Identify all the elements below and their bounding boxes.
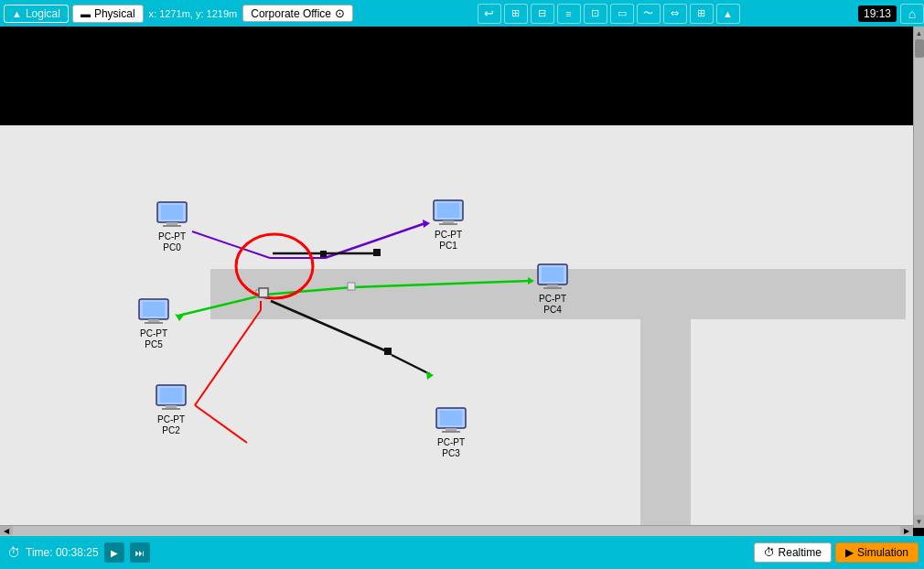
pc4-icon[interactable]: PC-PTPC4 [525, 263, 580, 316]
svg-rect-25 [167, 222, 177, 225]
svg-rect-32 [160, 388, 182, 403]
cable-btn[interactable]: ▭ [610, 4, 634, 24]
realtime-icon: ⏱ [764, 546, 775, 559]
svg-rect-44 [143, 302, 165, 317]
road-vertical [640, 269, 691, 528]
svg-rect-41 [547, 284, 558, 287]
new-cluster-btn[interactable]: ⊞ [504, 4, 528, 24]
coordinates-display: x: 1271m, y: 1219m [149, 8, 238, 19]
svg-line-20 [195, 405, 247, 443]
simulation-icon: ▶ [845, 546, 854, 559]
pc2-label: PC-PTPC2 [157, 414, 185, 436]
pc1-label: PC-PTPC1 [435, 230, 462, 252]
svg-rect-34 [162, 408, 180, 410]
fast-forward-button[interactable]: ⏭ [130, 542, 150, 563]
right-scrollbar[interactable]: ▲ ▼ [913, 27, 924, 528]
svg-rect-46 [145, 322, 163, 324]
svg-rect-12 [373, 249, 381, 256]
pc0-svg [154, 200, 190, 230]
scroll-thumb[interactable] [915, 39, 924, 58]
svg-line-19 [195, 310, 261, 405]
pc1-svg [430, 199, 467, 228]
svg-rect-42 [543, 287, 562, 289]
viewport-btn[interactable]: ≡ [557, 4, 581, 24]
svg-rect-40 [542, 267, 564, 282]
physical-tab[interactable]: ▬ Physical [72, 5, 144, 23]
play-button[interactable]: ▶ [104, 542, 124, 563]
pc5-label: PC-PTPC5 [140, 328, 167, 350]
pc5-svg [135, 297, 172, 327]
status-time-section: ⏱ Time: 00:38:25 ▶ ⏭ [7, 542, 150, 563]
simulation-button[interactable]: ▶ Simulation [835, 542, 919, 563]
pc4-label: PC-PTPC4 [539, 294, 566, 316]
time-display: 19:13 [858, 5, 897, 22]
pc4-svg [534, 263, 571, 292]
inspect-btn[interactable]: ⇔ [663, 4, 687, 24]
custom-icon-btn[interactable]: ⊡ [584, 4, 607, 24]
svg-rect-37 [446, 428, 457, 431]
pc2-icon[interactable]: PC-PTPC2 [144, 383, 199, 436]
bg-btn[interactable]: ▲ [716, 4, 740, 24]
pc3-svg [433, 406, 469, 435]
status-bar: ⏱ Time: 00:38:25 ▶ ⏭ ⏱ Realtime ▶ Simula… [0, 536, 924, 569]
svg-rect-33 [166, 405, 177, 408]
back-icon-btn[interactable]: ↩ [478, 4, 501, 24]
home-button[interactable]: ⌂ [900, 4, 924, 24]
workspace[interactable]: PC-PTPC0 PC-PTPC1 PC-PTPC2 [0, 27, 913, 528]
svg-line-7 [192, 231, 270, 258]
logical-tab-label: Logical [26, 7, 60, 20]
scroll-right-arrow[interactable]: ▶ [900, 526, 913, 535]
physical-tab-label: Physical [94, 7, 135, 20]
pc5-icon[interactable]: PC-PTPC5 [126, 297, 181, 350]
pc3-label: PC-PTPC3 [437, 437, 465, 459]
grid-btn[interactable]: ⊞ [690, 4, 714, 24]
svg-marker-17 [426, 371, 434, 380]
logical-icon: ▲ [12, 8, 22, 19]
realtime-button[interactable]: ⏱ Realtime [754, 542, 832, 563]
main-area: PC-PTPC0 PC-PTPC1 PC-PTPC2 [0, 27, 924, 536]
pc3-icon[interactable]: PC-PTPC3 [424, 406, 478, 459]
svg-rect-13 [320, 251, 327, 257]
wave-btn[interactable]: 〜 [637, 4, 661, 24]
location-button[interactable]: Corporate Office ⊙ [242, 5, 353, 22]
simulation-label: Simulation [857, 546, 908, 559]
bottom-scrollbar[interactable]: ◀ ▶ [0, 525, 913, 536]
toolbar: ▲ Logical ▬ Physical x: 1271m, y: 1219m … [0, 0, 924, 27]
svg-rect-38 [442, 431, 460, 433]
svg-rect-30 [439, 223, 457, 225]
svg-rect-29 [443, 220, 454, 223]
svg-rect-24 [161, 205, 183, 220]
svg-rect-36 [440, 411, 462, 425]
mode-buttons: ⏱ Realtime ▶ Simulation [754, 542, 919, 563]
realtime-label: Realtime [779, 546, 822, 559]
svg-rect-26 [163, 225, 181, 227]
location-label: Corporate Office [251, 7, 331, 20]
pc0-icon[interactable]: PC-PTPC0 [145, 200, 199, 253]
clock-icon: ⏱ [7, 545, 20, 560]
pc1-icon[interactable]: PC-PTPC1 [421, 199, 476, 252]
svg-line-16 [392, 355, 430, 374]
pc2-svg [153, 383, 189, 413]
physical-icon: ▬ [81, 8, 91, 19]
location-icon: ⊙ [335, 6, 345, 20]
scroll-up-arrow[interactable]: ▲ [914, 27, 924, 39]
black-top-strip [0, 27, 913, 125]
svg-rect-28 [437, 203, 459, 218]
svg-rect-15 [384, 348, 392, 355]
svg-rect-45 [148, 319, 159, 322]
toolbar-icons: ↩ ⊞ ⊟ ≡ ⊡ ▭ 〜 ⇔ ⊞ ▲ [359, 4, 858, 24]
move-btn[interactable]: ⊟ [531, 4, 554, 24]
logical-tab[interactable]: ▲ Logical [4, 5, 69, 23]
svg-line-9 [325, 223, 425, 258]
scroll-down-arrow[interactable]: ▼ [914, 515, 924, 528]
time-label: Time: 00:38:25 [26, 546, 99, 559]
pc0-label: PC-PTPC0 [158, 231, 186, 253]
scroll-left-arrow[interactable]: ◀ [0, 526, 13, 535]
